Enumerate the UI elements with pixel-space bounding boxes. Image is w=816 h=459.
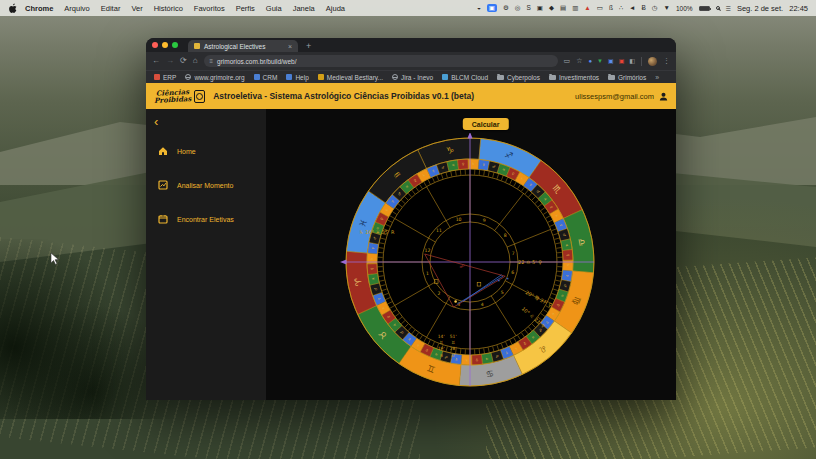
- bookmark-help[interactable]: Help: [286, 74, 308, 81]
- bookmark-label: Help: [295, 74, 308, 81]
- bookmark-investimentos[interactable]: Investimentos: [549, 74, 599, 81]
- asc-arrow: [340, 259, 347, 264]
- menu-favoritos[interactable]: Favoritos: [194, 4, 225, 13]
- bookmark-erp[interactable]: ERP: [154, 74, 176, 81]
- control-center-icon[interactable]: ☰: [726, 5, 731, 12]
- svg-text:28': 28': [450, 346, 457, 351]
- url-text: grimorios.com.br/build/web/: [217, 58, 296, 65]
- svg-text:♃: ♃: [439, 353, 443, 358]
- display-status-icon[interactable]: ▭: [597, 5, 603, 12]
- menu-arquivo[interactable]: Arquivo: [64, 4, 89, 13]
- ext-red-square[interactable]: ▣: [619, 58, 625, 64]
- bookmark-label: Investimentos: [559, 74, 599, 81]
- menu-chrome[interactable]: Chrome: [25, 4, 53, 13]
- app-status-icon[interactable]: ◒: [477, 5, 481, 12]
- red-app-status-icon[interactable]: ▲: [584, 5, 590, 12]
- spotlight-search-icon[interactable]: [716, 6, 720, 10]
- favicon: [286, 74, 292, 80]
- svg-text:19': 19': [438, 346, 445, 351]
- address-bar[interactable]: ≡ grimorios.com.br/build/web/: [204, 55, 558, 67]
- menu-perfis[interactable]: Perfis: [236, 4, 255, 13]
- bookmark-cyberpolos[interactable]: Cyberpolos: [497, 74, 540, 81]
- book-icon: [194, 90, 205, 103]
- apple-logo-icon[interactable]: [8, 3, 17, 14]
- screen-share-icon[interactable]: ▣: [487, 4, 497, 13]
- sidebar-collapse-icon[interactable]: ‹: [146, 113, 266, 134]
- tab-strip: Astrological Electives × +: [146, 38, 676, 52]
- browser-tab[interactable]: Astrological Electives ×: [188, 40, 298, 52]
- status-area: ◒▣⚙◎S▣◆▤▥▲▭ß∴◄Ƀ◷▼ 100% ☰ Seg. 2 de set. …: [477, 4, 808, 13]
- camera-status-icon[interactable]: ◎: [515, 5, 521, 12]
- menu-ver[interactable]: Ver: [131, 4, 142, 13]
- folder-icon: [549, 75, 556, 80]
- ext-blue-circle[interactable]: ●: [588, 58, 592, 64]
- menu-ajuda[interactable]: Ajuda: [326, 4, 345, 13]
- status-icons: ◒▣⚙◎S▣◆▤▥▲▭ß∴◄Ƀ◷▼: [477, 4, 670, 13]
- favicon: [442, 74, 448, 80]
- ext-blue-square[interactable]: ▣: [608, 58, 614, 64]
- bookmark-medieval-bestiary-[interactable]: Medieval Bestiary...: [318, 74, 383, 81]
- bookmark-label: Cyberpolos: [507, 74, 540, 81]
- bookmark-blcm-cloud[interactable]: BLCM Cloud: [442, 74, 488, 81]
- bluetooth-icon[interactable]: Ƀ: [641, 5, 645, 12]
- zoom-window-button[interactable]: [172, 42, 178, 48]
- bookmarks-bar: ERPwww.grimoire.orgCRMHelpMedieval Besti…: [146, 70, 676, 83]
- person-icon[interactable]: [659, 92, 668, 101]
- cast-icon[interactable]: ▭: [564, 57, 571, 65]
- account-area[interactable]: ulissespsm@gmail.com: [575, 92, 668, 101]
- calendar-status-icon[interactable]: ▤: [560, 5, 566, 12]
- battery-icon: [699, 6, 710, 11]
- forward-icon[interactable]: →: [166, 57, 174, 65]
- sidebar-item-home[interactable]: Home: [146, 134, 266, 168]
- minimize-window-button[interactable]: [162, 42, 168, 48]
- menu-editar[interactable]: Editar: [101, 4, 121, 13]
- sidebar-item-label: Home: [177, 148, 196, 155]
- dots-status-icon[interactable]: ∴: [619, 5, 623, 12]
- back-icon[interactable]: ←: [152, 57, 160, 65]
- bell-status-icon[interactable]: ◆: [549, 5, 554, 12]
- site-settings-icon[interactable]: ≡: [210, 58, 214, 64]
- menu-bar-date[interactable]: Seg. 2 de set.: [737, 4, 783, 13]
- svg-text:22 ♎ 5' ♀: 22 ♎ 5' ♀: [518, 259, 542, 265]
- sidebar-item-analisar-momento[interactable]: Analisar Momento: [146, 168, 266, 202]
- sidebar: ‹ HomeAnalisar MomentoEncontrar Eletivas: [146, 109, 266, 400]
- video-status-icon[interactable]: ▣: [537, 5, 543, 12]
- new-tab-button[interactable]: +: [306, 40, 311, 52]
- bookmark-crm[interactable]: CRM: [254, 74, 278, 81]
- bookmarks-overflow-icon[interactable]: »: [655, 74, 659, 81]
- wifi-icon[interactable]: ▼: [663, 5, 669, 12]
- bookmark-grim-rios[interactable]: Grimórios: [608, 74, 646, 81]
- account-email: ulissespsm@gmail.com: [575, 92, 654, 101]
- volume-icon[interactable]: ◄: [629, 5, 635, 12]
- svg-text:6: 6: [511, 270, 514, 275]
- calculate-button[interactable]: Calcular: [463, 118, 509, 130]
- extensions-puzzle[interactable]: ◧: [629, 58, 635, 64]
- extension-icons: ●▼▣▣◧: [588, 58, 635, 64]
- beta-status-icon[interactable]: ß: [609, 5, 613, 12]
- clipboard-status-icon[interactable]: ▥: [572, 5, 578, 12]
- menu-bar-time[interactable]: 22:45: [789, 4, 808, 13]
- reload-icon[interactable]: ⟳: [180, 57, 187, 65]
- menu-guia[interactable]: Guia: [266, 4, 282, 13]
- app-content: ‹ HomeAnalisar MomentoEncontrar Eletivas…: [146, 109, 676, 400]
- bookmark-jira-inevo[interactable]: Jira - Inevo: [392, 74, 433, 81]
- bookmark-www-grimoire-org[interactable]: www.grimoire.org: [185, 74, 244, 81]
- stats-status-icon[interactable]: S: [526, 5, 530, 12]
- svg-text:♑: ♑: [445, 145, 455, 156]
- menu-histórico[interactable]: Histórico: [154, 4, 183, 13]
- clock-status-icon[interactable]: ◷: [652, 5, 658, 12]
- tab-close-icon[interactable]: ×: [288, 43, 292, 50]
- sidebar-item-encontrar-eletivas[interactable]: Encontrar Eletivas: [146, 202, 266, 236]
- toolbar-divider: [641, 57, 642, 66]
- sidebar-item-label: Encontrar Eletivas: [177, 216, 234, 223]
- profile-avatar[interactable]: [648, 57, 657, 66]
- home-icon[interactable]: ⌂: [193, 57, 198, 65]
- bookmark-star-icon[interactable]: ☆: [576, 57, 582, 65]
- gear-status-icon[interactable]: ⚙: [503, 5, 509, 12]
- svg-text:♊: ♊: [451, 340, 455, 345]
- ext-green-arrow[interactable]: ▼: [597, 58, 603, 64]
- kebab-menu-icon[interactable]: ⋮: [663, 57, 670, 65]
- svg-text:♄: ♄: [370, 257, 374, 260]
- close-window-button[interactable]: [152, 42, 158, 48]
- menu-janela[interactable]: Janela: [293, 4, 315, 13]
